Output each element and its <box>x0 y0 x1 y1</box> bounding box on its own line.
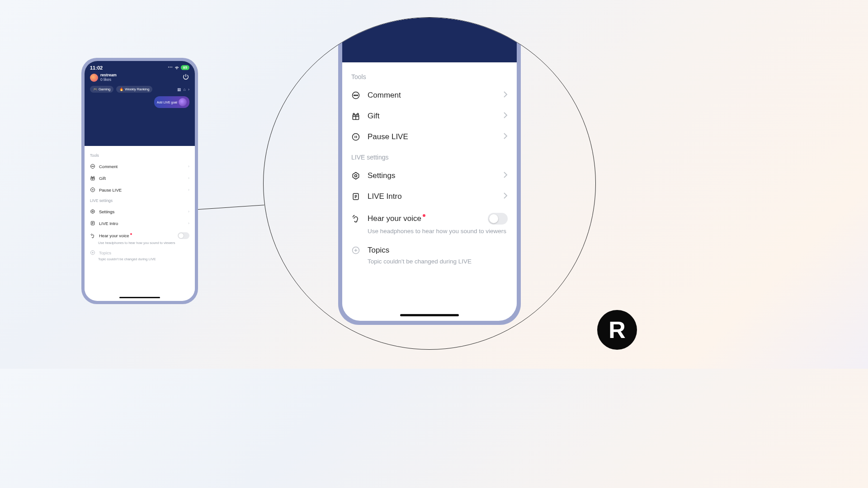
row-label: Settings <box>368 171 496 180</box>
svg-point-11 <box>354 95 355 96</box>
home-indicator <box>119 297 160 299</box>
svg-point-13 <box>357 95 358 96</box>
row-label: LIVE Intro <box>99 221 184 226</box>
row-gift[interactable]: Gift <box>342 106 517 127</box>
row-label: Gift <box>368 112 496 121</box>
settings-icon <box>90 209 95 214</box>
ear-icon <box>90 233 95 239</box>
live-header-large <box>342 17 517 62</box>
row-label: Topics <box>368 246 508 255</box>
wifi-icon <box>175 65 179 70</box>
new-dot-icon <box>130 233 132 235</box>
avatar <box>90 74 98 82</box>
document-icon <box>351 192 360 201</box>
document-icon <box>90 221 95 226</box>
row-gift[interactable]: Gift › <box>89 172 190 184</box>
chevron-right-icon <box>503 192 508 201</box>
pause-icon <box>90 187 95 192</box>
svg-point-15 <box>353 134 359 141</box>
goal-label: Add LIVE goal <box>157 101 177 104</box>
section-live-settings: LIVE settings <box>90 198 189 203</box>
battery-indicator: 85 <box>181 65 189 70</box>
row-label: Topics <box>99 250 189 255</box>
row-hear-your-voice[interactable]: Hear your voice <box>89 229 190 242</box>
chevron-right-icon: › <box>188 164 189 169</box>
comment-icon <box>90 164 95 169</box>
chip-gaming[interactable]: 🎮Gaming <box>90 86 113 93</box>
row-comment[interactable]: Comment › <box>89 160 190 172</box>
chevron-right-icon <box>503 171 508 180</box>
brand-logo: R <box>597 310 637 350</box>
chevron-right-icon <box>503 112 508 121</box>
chevron-right-icon: › <box>188 176 189 180</box>
row-label: Gift <box>99 176 184 181</box>
phone-screen-large: Tools Comment Gift Pause LIVE LIVE set <box>342 17 517 321</box>
plus-circle-icon <box>351 246 360 255</box>
row-label: Settings <box>99 209 184 214</box>
row-live-intro[interactable]: LIVE Intro <box>342 186 517 207</box>
comment-icon <box>351 91 360 100</box>
live-header: 11:02 ⋯ 85 restream 0 likes <box>85 61 195 146</box>
ear-icon <box>351 214 360 223</box>
row-live-intro[interactable]: LIVE Intro › <box>89 217 190 229</box>
phone-screen-small: 11:02 ⋯ 85 restream 0 likes <box>85 61 195 301</box>
profile-block[interactable]: restream 0 likes <box>90 73 117 82</box>
magnifier-circle: Tools Comment Gift Pause LIVE LIVE set <box>263 17 596 350</box>
svg-point-17 <box>355 175 357 177</box>
status-time: 11:02 <box>90 65 103 70</box>
row-label: Hear your voice <box>368 214 481 223</box>
chevron-right-icon: › <box>188 188 189 192</box>
row-label: Pause LIVE <box>368 132 496 141</box>
profile-likes: 0 likes <box>100 78 117 82</box>
svg-point-2 <box>93 166 93 167</box>
hear-voice-toggle[interactable] <box>178 232 189 239</box>
plus-circle-icon <box>90 250 95 255</box>
home-icon[interactable]: ⌂ <box>184 87 186 92</box>
row-label: Hear your voice <box>99 233 174 238</box>
home-indicator <box>400 314 459 316</box>
settings-panel-large: Tools Comment Gift Pause LIVE LIVE set <box>342 62 517 311</box>
section-live-settings: LIVE settings <box>342 147 517 165</box>
settings-icon <box>351 171 360 180</box>
row-label: Comment <box>99 164 184 169</box>
settings-panel-small: Tools Comment › Gift › Pause LIVE › LIVE… <box>85 146 195 295</box>
svg-point-7 <box>92 211 94 212</box>
row-settings[interactable]: Settings › <box>89 206 190 217</box>
row-settings[interactable]: Settings <box>342 165 517 186</box>
goal-icon <box>179 98 187 106</box>
topics-subtitle: Topic couldn't be changed during LIVE <box>342 258 517 270</box>
chevron-right-icon: › <box>188 221 189 225</box>
add-live-goal-button[interactable]: Add LIVE goal <box>154 96 189 108</box>
hear-voice-toggle[interactable] <box>488 213 508 225</box>
svg-marker-16 <box>353 173 359 179</box>
svg-marker-6 <box>91 210 94 214</box>
chevron-right-icon[interactable]: › <box>188 87 189 92</box>
svg-point-3 <box>94 166 94 167</box>
phone-mockup-small: 11:02 ⋯ 85 restream 0 likes <box>81 58 198 304</box>
section-tools: Tools <box>342 70 517 85</box>
topics-subtitle: Topic couldn't be changed during LIVE <box>98 257 190 261</box>
pause-icon <box>351 132 360 141</box>
svg-point-12 <box>355 95 356 96</box>
hear-voice-subtitle: Use headphones to hear how you sound to … <box>342 228 517 240</box>
row-comment[interactable]: Comment <box>342 85 517 106</box>
gift-icon <box>90 175 95 181</box>
chip-weekly-ranking[interactable]: 🔥Weekly Ranking <box>116 86 152 93</box>
hear-voice-subtitle: Use headphones to hear how you sound to … <box>98 241 190 245</box>
row-hear-your-voice[interactable]: Hear your voice <box>342 207 517 230</box>
row-pause-live[interactable]: Pause LIVE › <box>89 184 190 196</box>
row-pause-live[interactable]: Pause LIVE <box>342 127 517 147</box>
power-icon[interactable] <box>182 73 189 82</box>
phone-mockup-large: Tools Comment Gift Pause LIVE LIVE set <box>338 17 521 325</box>
grid-icon[interactable]: ▦ <box>177 87 181 92</box>
svg-point-1 <box>92 166 92 167</box>
new-dot-icon <box>423 214 425 217</box>
gift-icon <box>351 112 360 121</box>
chevron-right-icon <box>503 91 508 100</box>
svg-point-5 <box>91 188 95 192</box>
row-label: Pause LIVE <box>99 188 184 192</box>
status-bar: 11:02 ⋯ 85 <box>90 65 189 70</box>
row-label: LIVE Intro <box>368 192 496 201</box>
row-label: Comment <box>368 91 496 100</box>
chevron-right-icon <box>503 132 508 141</box>
